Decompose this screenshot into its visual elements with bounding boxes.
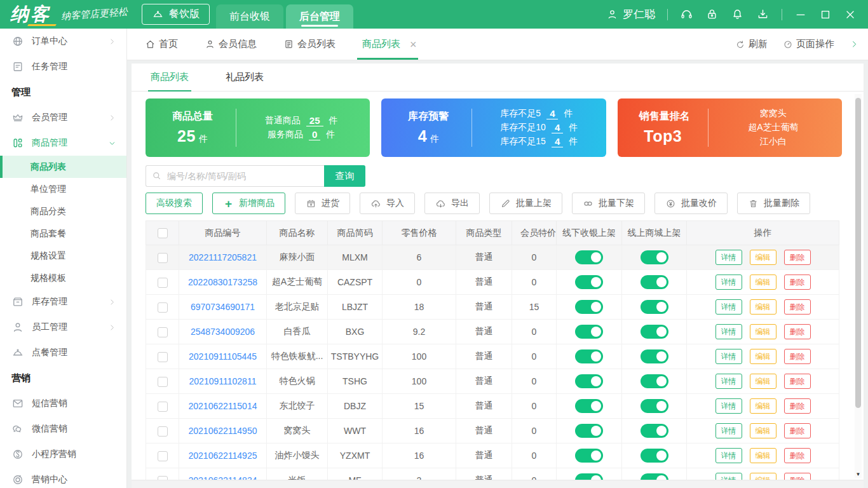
sidebar-item[interactable]: 短信营销	[0, 391, 126, 416]
delete-button[interactable]: 删除	[784, 324, 811, 339]
edit-button[interactable]: 编辑	[750, 374, 776, 389]
batch-on-shelf-button[interactable]: 批量上架	[489, 193, 562, 214]
scrollbar-thumb[interactable]	[855, 98, 861, 408]
sidebar-subitem[interactable]: 商品分类	[0, 200, 126, 222]
product-code-link[interactable]: 20210622114925	[189, 451, 257, 461]
mall-shelf-toggle[interactable]	[641, 325, 668, 339]
edit-button[interactable]: 编辑	[750, 349, 776, 364]
pos-shelf-toggle[interactable]	[575, 399, 603, 413]
batch-reprice-button[interactable]: 批量改价	[654, 193, 728, 214]
page-tab[interactable]: 会员列表	[283, 29, 336, 60]
detail-button[interactable]: 详情	[715, 448, 742, 463]
delete-button[interactable]: 删除	[784, 274, 811, 290]
sidebar-subitem[interactable]: 单位管理	[0, 178, 126, 200]
pos-shelf-toggle[interactable]	[575, 325, 603, 339]
sidebar-subitem[interactable]: 商品套餐	[0, 222, 126, 245]
sidebar-item[interactable]: 任务管理	[0, 54, 126, 79]
detail-button[interactable]: 详情	[715, 423, 742, 438]
export-button[interactable]: 导出	[424, 193, 480, 214]
add-product-button[interactable]: +新增商品	[212, 193, 285, 214]
row-checkbox[interactable]	[158, 451, 168, 461]
batch-delete-button[interactable]: 批量删除	[737, 193, 810, 214]
detail-button[interactable]: 详情	[715, 250, 742, 265]
refresh-button[interactable]: 刷新	[735, 38, 768, 50]
import-button[interactable]: 导入	[360, 193, 415, 214]
maximize-button[interactable]	[819, 8, 832, 21]
row-checkbox[interactable]	[158, 402, 168, 412]
vertical-scrollbar[interactable]: ▼	[855, 94, 862, 478]
mall-shelf-toggle[interactable]	[641, 449, 668, 463]
batch-off-shelf-button[interactable]: 批量下架	[572, 193, 645, 214]
sidebar-item[interactable]: 会员管理	[0, 105, 126, 130]
edit-button[interactable]: 编辑	[750, 324, 776, 339]
row-checkbox[interactable]	[158, 352, 168, 362]
minimize-button[interactable]	[794, 8, 807, 21]
nav-tab-back-admin[interactable]: 后台管理	[286, 4, 353, 29]
pos-shelf-toggle[interactable]	[575, 349, 603, 363]
row-checkbox[interactable]	[158, 302, 168, 313]
delete-button[interactable]: 删除	[784, 349, 811, 364]
pos-shelf-toggle[interactable]	[575, 300, 603, 314]
delete-button[interactable]: 删除	[784, 448, 811, 463]
advanced-search-button[interactable]: 高级搜索	[146, 193, 203, 214]
page-tab[interactable]: 首页	[145, 29, 178, 60]
sidebar-item[interactable]: 小程序营销	[0, 442, 126, 467]
edit-button[interactable]: 编辑	[750, 274, 776, 290]
user-menu[interactable]: 罗仁聪	[606, 7, 655, 22]
pos-shelf-toggle[interactable]	[575, 275, 603, 289]
mall-shelf-toggle[interactable]	[641, 424, 668, 438]
sidebar-item[interactable]: 库存管理	[0, 289, 126, 315]
product-code-link[interactable]: 20221117205821	[189, 252, 257, 262]
mall-shelf-toggle[interactable]	[641, 399, 668, 413]
page-tab[interactable]: 商品列表×	[362, 29, 417, 60]
lock-icon[interactable]	[705, 8, 719, 21]
row-checkbox[interactable]	[158, 327, 168, 337]
edit-button[interactable]: 编辑	[750, 448, 776, 463]
delete-button[interactable]: 删除	[784, 398, 811, 414]
headset-icon[interactable]	[680, 8, 693, 21]
product-code-link[interactable]: 20210911102811	[189, 376, 257, 386]
pos-shelf-toggle[interactable]	[575, 424, 603, 438]
pos-shelf-toggle[interactable]	[575, 374, 603, 388]
sidebar-item[interactable]: 订单中心	[0, 29, 126, 54]
close-tab-icon[interactable]: ×	[410, 39, 417, 50]
product-code-link[interactable]: 20220830173258	[188, 277, 257, 287]
bell-icon[interactable]	[731, 8, 744, 21]
product-code-link[interactable]: 20210911105445	[189, 351, 257, 362]
page-tab[interactable]: 会员信息	[205, 29, 257, 60]
detail-button[interactable]: 详情	[715, 274, 742, 290]
row-checkbox[interactable]	[158, 278, 168, 288]
query-button[interactable]: 查询	[324, 165, 365, 187]
product-code-link[interactable]: 6970734690171	[191, 302, 255, 312]
sidebar-subitem[interactable]: 规格模板	[0, 267, 126, 289]
nav-tab-front-pos[interactable]: 前台收银	[216, 4, 283, 29]
edit-button[interactable]: 编辑	[750, 250, 776, 265]
detail-button[interactable]: 详情	[715, 398, 742, 414]
sidebar-item[interactable]: 员工管理	[0, 315, 126, 340]
scroll-down-arrow-icon[interactable]: ▼	[855, 471, 862, 477]
delete-button[interactable]: 删除	[784, 299, 811, 315]
mall-shelf-toggle[interactable]	[641, 374, 668, 388]
edition-button[interactable]: 餐饮版	[142, 4, 210, 25]
sidebar-subitem[interactable]: 商品列表	[0, 156, 126, 178]
close-button[interactable]	[844, 8, 857, 21]
purchase-button[interactable]: 进货	[295, 193, 350, 214]
pos-shelf-toggle[interactable]	[575, 250, 603, 264]
search-input[interactable]	[146, 165, 324, 187]
product-code-link[interactable]: 2548734009206	[191, 327, 255, 337]
content-tab[interactable]: 商品列表	[151, 64, 189, 91]
pos-shelf-toggle[interactable]	[575, 449, 603, 463]
detail-button[interactable]: 详情	[715, 374, 742, 389]
edit-button[interactable]: 编辑	[750, 398, 776, 414]
content-tab[interactable]: 礼品列表	[226, 64, 264, 91]
edit-button[interactable]: 编辑	[750, 423, 776, 438]
sidebar-item[interactable]: 营销中心	[0, 467, 126, 488]
sidebar-subitem[interactable]: 规格设置	[0, 245, 126, 267]
mall-shelf-toggle[interactable]	[641, 349, 668, 363]
detail-button[interactable]: 详情	[715, 324, 742, 339]
row-checkbox[interactable]	[158, 253, 168, 263]
chevron-right-icon[interactable]	[850, 39, 859, 49]
detail-button[interactable]: 详情	[715, 299, 742, 315]
row-checkbox[interactable]	[158, 426, 168, 437]
delete-button[interactable]: 删除	[784, 423, 811, 438]
